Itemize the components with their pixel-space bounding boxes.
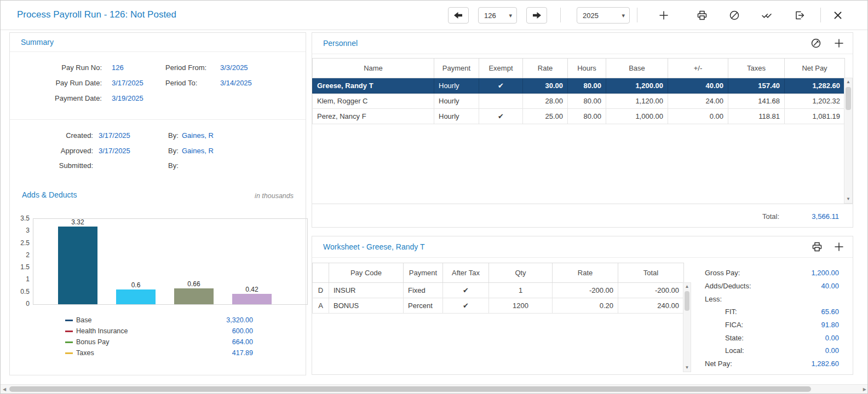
- cell-rate: 25.00: [523, 109, 568, 124]
- scrollbar-thumb[interactable]: [685, 291, 689, 311]
- personnel-col-exempt[interactable]: Exempt: [479, 59, 523, 78]
- bar-value-label: 0.6: [131, 282, 141, 289]
- scroll-right-icon[interactable]: ▶: [863, 387, 866, 392]
- year-value: 2025: [583, 11, 599, 20]
- submitted-label: Submitted:: [15, 161, 93, 170]
- personnel-col-hours[interactable]: Hours: [568, 59, 606, 78]
- fica-label: FICA:: [725, 321, 743, 329]
- created-by-label: By:: [168, 131, 179, 140]
- personnel-scrollbar[interactable]: ▲ ▼: [844, 78, 853, 204]
- next-run-button[interactable]: [526, 7, 547, 24]
- personnel-col-payment[interactable]: Payment: [434, 59, 479, 78]
- worksheet-title-bar: Worksheet - Greese, Randy T: [312, 236, 853, 258]
- close-button[interactable]: [831, 8, 845, 22]
- personnel-col-base[interactable]: Base: [606, 59, 668, 78]
- year-select[interactable]: 2025 ▾: [577, 7, 630, 24]
- worksheet-header-row: Pay Code Payment After Tax Qty Rate Tota…: [313, 263, 684, 283]
- export-icon: [794, 10, 805, 21]
- y-tick: 2: [10, 252, 30, 258]
- print-button[interactable]: [695, 8, 709, 22]
- legend-label: Base: [76, 316, 92, 324]
- legend-marker: [65, 341, 73, 343]
- horizontal-scrollbar[interactable]: ◀ ▶: [1, 384, 868, 393]
- worksheet-scrollbar[interactable]: ▲ ▼: [683, 282, 691, 372]
- add-button[interactable]: [657, 8, 671, 22]
- personnel-col-plusminus[interactable]: +/-: [668, 59, 728, 78]
- cell-exempt-check: ✔: [479, 109, 523, 124]
- cell-qty: 1: [489, 283, 553, 298]
- scrollbar-thumb[interactable]: [9, 386, 811, 392]
- adds-deducts-value: 40.00: [750, 282, 839, 291]
- scrollbar-thumb[interactable]: [846, 87, 851, 110]
- pay-run-no-label: Pay Run No:: [15, 63, 102, 72]
- personnel-total-label: Total:: [735, 212, 779, 221]
- run-number-select[interactable]: 126 ▾: [478, 7, 517, 24]
- net-pay-label: Net Pay:: [705, 360, 732, 368]
- bar-slot: 3.32: [49, 219, 107, 304]
- worksheet-col-type[interactable]: [313, 263, 329, 283]
- toolbar-divider: [820, 8, 821, 22]
- scroll-up-icon[interactable]: ▲: [844, 78, 852, 86]
- export-button[interactable]: [792, 8, 807, 22]
- y-tick: 1.5: [10, 264, 30, 270]
- add-worksheet-line-button[interactable]: [832, 240, 846, 253]
- print-worksheet-button[interactable]: [810, 240, 824, 253]
- cell-aftertax-check: ✔: [443, 298, 489, 314]
- void-button[interactable]: [727, 8, 741, 22]
- run-number-value: 126: [484, 11, 496, 20]
- y-tick: 1: [10, 276, 30, 282]
- cell-total: 240.00: [618, 298, 684, 314]
- add-personnel-button[interactable]: [832, 37, 846, 50]
- legend-item-health-insurance: Health Insurance 600.00: [10, 326, 262, 337]
- top-toolbar: Process Payroll Run - 126: Not Posted 12…: [1, 1, 867, 30]
- personnel-row-selected[interactable]: Greese, Randy T Hourly ✔ 30.00 80.00 1,2…: [313, 78, 845, 94]
- worksheet-col-rate[interactable]: Rate: [553, 263, 618, 283]
- legend-marker: [65, 352, 73, 354]
- legend-marker: [65, 320, 73, 321]
- personnel-col-rate[interactable]: Rate: [523, 59, 568, 78]
- submitted-by-label: By:: [168, 161, 179, 170]
- cell-name: Greese, Randy T: [313, 78, 434, 94]
- prev-run-button[interactable]: [448, 7, 469, 24]
- scroll-down-icon[interactable]: ▼: [683, 364, 691, 372]
- personnel-title-bar: Personnel: [312, 33, 853, 54]
- close-icon: [833, 10, 843, 20]
- scroll-left-icon[interactable]: ◀: [3, 387, 6, 392]
- cell-hours: 80.00: [568, 94, 606, 109]
- scroll-up-icon[interactable]: ▲: [683, 283, 691, 291]
- cell-type: A: [313, 298, 329, 314]
- summary-title-bar: Summary: [10, 33, 306, 52]
- arrow-left-icon: [453, 11, 464, 19]
- worksheet-row[interactable]: D INSUR Fixed ✔ 1 -200.00 -200.00: [313, 283, 684, 298]
- arrow-right-icon: [531, 11, 542, 19]
- edit-icon: [810, 38, 821, 49]
- personnel-col-taxes[interactable]: Taxes: [728, 59, 785, 78]
- worksheet-col-paycode[interactable]: Pay Code: [329, 263, 404, 283]
- scroll-down-icon[interactable]: ▼: [844, 195, 852, 203]
- plus-icon: [833, 38, 844, 49]
- personnel-row[interactable]: Perez, Nancy F Hourly ✔ 25.00 80.00 1,00…: [313, 109, 845, 124]
- worksheet-col-total[interactable]: Total: [618, 263, 684, 283]
- summary-panel: Summary Pay Run No: 126 Period From: 3/3…: [9, 32, 306, 375]
- personnel-col-netpay[interactable]: Net Pay: [785, 59, 845, 78]
- legend-item-taxes: Taxes 417.89: [10, 348, 262, 359]
- cell-rate: -200.00: [553, 283, 618, 298]
- bar-health-insurance: [116, 289, 156, 304]
- personnel-col-name[interactable]: Name: [313, 59, 434, 78]
- worksheet-col-qty[interactable]: Qty: [489, 263, 553, 283]
- pay-run-date-label: Pay Run Date:: [15, 79, 102, 88]
- cell-taxes: 141.68: [728, 94, 785, 109]
- legend-amount: 664.00: [232, 338, 253, 346]
- cell-qty: 1200: [489, 298, 553, 314]
- worksheet-table: Pay Code Payment After Tax Qty Rate Tota…: [312, 263, 684, 314]
- approve-button[interactable]: [760, 8, 774, 22]
- worksheet-row[interactable]: A BONUS Percent ✔ 1200 0.20 240.00: [313, 298, 684, 314]
- bar-value-label: 0.66: [187, 281, 200, 288]
- y-tick: 2.5: [10, 240, 30, 246]
- caret-down-icon: ▾: [509, 12, 512, 19]
- worksheet-col-payment[interactable]: Payment: [404, 263, 443, 283]
- worksheet-col-aftertax[interactable]: After Tax: [443, 263, 489, 283]
- page-title: Process Payroll Run - 126: Not Posted: [17, 9, 176, 20]
- personnel-row[interactable]: Klem, Rogger C Hourly 28.00 80.00 1,120.…: [313, 94, 845, 109]
- edit-button[interactable]: [809, 37, 823, 50]
